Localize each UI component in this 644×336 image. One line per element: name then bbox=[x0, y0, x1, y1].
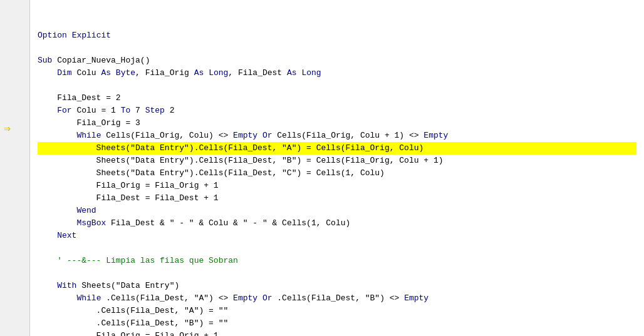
code-area[interactable]: Option Explicit Sub Copiar_Nueva_Hoja() … bbox=[30, 0, 644, 336]
code-line: Wend bbox=[38, 205, 636, 217]
code-line: ' ---&--- Limpia las filas que Sobran bbox=[38, 255, 636, 267]
code-line: Option Explicit bbox=[38, 29, 636, 42]
code-line: Fila_Dest = 2 bbox=[38, 92, 636, 104]
code-line bbox=[38, 242, 636, 255]
code-line: .Cells(Fila_Dest, "A") = "" bbox=[38, 305, 636, 317]
code-line: Sheets("Data Entry").Cells(Fila_Dest, "B… bbox=[38, 155, 636, 167]
code-line: Sheets("Data Entry").Cells(Fila_Dest, "A… bbox=[38, 142, 636, 155]
code-line: With Sheets("Data Entry") bbox=[38, 280, 636, 292]
code-line bbox=[38, 79, 636, 92]
arrow-indicator: ⇒ bbox=[4, 121, 11, 135]
code-line bbox=[38, 267, 636, 280]
code-line: MsgBox Fila_Dest & " - " & Colu & " - " … bbox=[38, 217, 636, 230]
code-line: Sub Copiar_Nueva_Hoja() bbox=[38, 54, 636, 67]
code-line: Sheets("Data Entry").Cells(Fila_Dest, "C… bbox=[38, 167, 636, 180]
code-line: .Cells(Fila_Dest, "B") = "" bbox=[38, 317, 636, 330]
code-line: Next bbox=[38, 230, 636, 242]
editor-container: ⇒ Option Explicit Sub Copiar_Nueva_Hoja(… bbox=[0, 0, 644, 336]
code-line: For Colu = 1 To 7 Step 2 bbox=[38, 104, 636, 117]
code-line: Dim Colu As Byte, Fila_Orig As Long, Fil… bbox=[38, 67, 636, 79]
code-line bbox=[38, 42, 636, 54]
code-line: Fila_Orig = 3 bbox=[38, 117, 636, 130]
left-margin: ⇒ bbox=[0, 0, 30, 336]
code-line: While Cells(Fila_Orig, Colu) <> Empty Or… bbox=[38, 130, 636, 142]
code-line: Fila_Dest = Fila_Dest + 1 bbox=[38, 192, 636, 205]
code-line: Fila_Orig = Fila_Orig + 1 bbox=[38, 180, 636, 192]
code-line: Fila_Orig = Fila_Orig + 1 bbox=[38, 330, 636, 336]
code-line: While .Cells(Fila_Dest, "A") <> Empty Or… bbox=[38, 292, 636, 305]
